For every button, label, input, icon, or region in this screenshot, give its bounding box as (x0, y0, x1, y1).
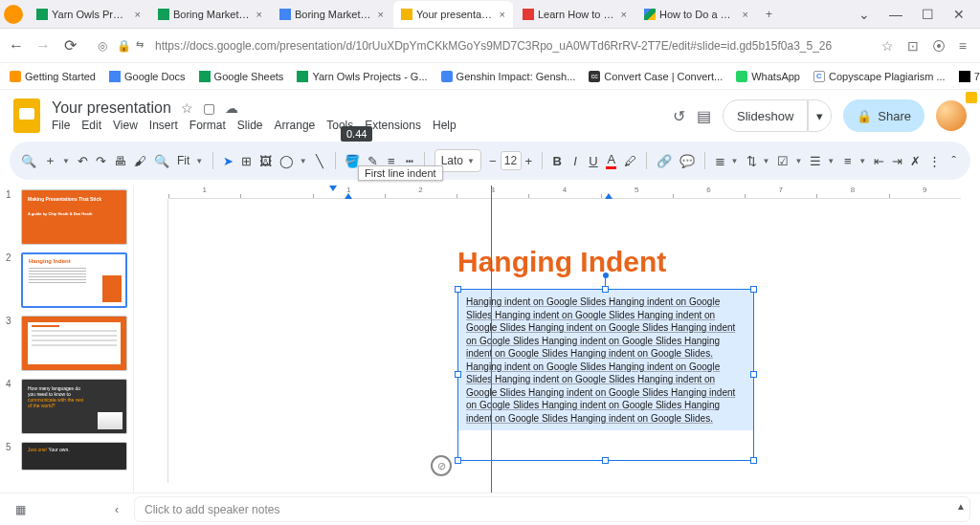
font-decrease[interactable]: − (489, 154, 497, 168)
paint-format-button[interactable]: 🖌 (134, 152, 146, 169)
thumbnail-3[interactable] (21, 316, 127, 371)
browser-tab[interactable]: Your presentation - Google× (393, 1, 513, 28)
line-tool[interactable]: ╲ (315, 152, 325, 169)
browser-tab[interactable]: How to Do a Hanging Inden× (636, 1, 756, 28)
line-spacing-button[interactable]: ⇅ (746, 152, 757, 169)
thumbnail-5[interactable]: Just one! Your own. (21, 442, 127, 470)
browser-tab[interactable]: Learn How to Do Hanging I× (515, 1, 635, 28)
resize-handle[interactable] (750, 371, 757, 378)
resize-handle[interactable] (750, 457, 757, 464)
forward-button[interactable]: → (34, 37, 52, 55)
bookmark-item[interactable]: WhatsApp (736, 71, 800, 82)
menu-item[interactable]: View (113, 119, 138, 132)
close-tab-icon[interactable]: × (743, 9, 748, 20)
vertical-ruler[interactable] (155, 199, 168, 483)
redo-button[interactable]: ↷ (96, 152, 106, 169)
collapse-toolbar-icon[interactable]: ˆ (948, 152, 959, 169)
textbox-tool[interactable]: ⊞ (241, 152, 252, 169)
textbox-content[interactable]: Hanging indent on Google Slides Hanging … (458, 290, 753, 430)
slideshow-button[interactable]: Slideshow (723, 99, 808, 132)
back-button[interactable]: ← (8, 37, 25, 55)
motion-icon[interactable]: ⊘ (431, 455, 452, 476)
doc-title[interactable]: Your presentation (52, 99, 171, 117)
selected-textbox[interactable]: Hanging indent on Google Slides Hanging … (457, 289, 754, 461)
new-slide-button[interactable]: ＋ (44, 152, 56, 169)
menu-item[interactable]: Help (433, 119, 457, 132)
sidebar-toggle-icon[interactable]: ⌄ (858, 7, 870, 22)
star-icon[interactable]: ☆ (181, 100, 193, 116)
indent-decrease-button[interactable]: ⇤ (874, 152, 884, 169)
new-tab-button[interactable]: + (758, 8, 780, 21)
resize-handle[interactable] (602, 286, 609, 293)
bookmark-item[interactable]: Google Sheets (199, 71, 284, 82)
resize-handle[interactable] (455, 457, 461, 464)
clear-format-button[interactable]: ✗ (910, 152, 921, 169)
slides-logo-icon[interactable] (13, 98, 40, 133)
bookmark-item[interactable]: Google Docs (109, 71, 186, 82)
text-color-button[interactable]: A (606, 152, 616, 169)
resize-handle[interactable] (455, 371, 461, 378)
rotate-handle[interactable] (603, 273, 609, 278)
link-button[interactable]: 🔗 (657, 152, 672, 169)
menu-item[interactable]: File (52, 119, 70, 132)
slide-title[interactable]: Hanging Indent (457, 246, 666, 278)
menu-item[interactable]: Arrange (275, 119, 316, 132)
italic-button[interactable]: I (570, 152, 581, 169)
bold-button[interactable]: B (552, 152, 563, 169)
thumbnail-1[interactable]: Making Presentations That StickA guide b… (21, 189, 127, 245)
checklist-button[interactable]: ☑ (777, 152, 789, 169)
search-menus-icon[interactable]: 🔍 (21, 152, 36, 169)
numbered-list-button[interactable]: ≡ (842, 152, 853, 169)
avatar[interactable] (936, 100, 967, 131)
font-size-input[interactable]: 12 (501, 151, 522, 170)
browser-tab[interactable]: Yarn Owls Projects - Google S× (29, 1, 148, 28)
image-tool[interactable]: 🖼 (259, 152, 272, 169)
underline-button[interactable]: U (589, 152, 599, 169)
slideshow-dropdown[interactable]: ▾ (808, 99, 832, 132)
close-tab-icon[interactable]: × (500, 9, 505, 20)
slide-canvas[interactable]: 1123456789 Hanging Indent ⊘ Hanging inde… (134, 186, 980, 492)
bookmark-item[interactable]: 7 Illustrated Novels fo... (959, 71, 980, 82)
resize-handle[interactable] (750, 286, 757, 293)
history-icon[interactable]: ↺ (673, 107, 685, 125)
close-tab-icon[interactable]: × (135, 9, 141, 20)
close-window-button[interactable]: ✕ (953, 7, 965, 22)
close-tab-icon[interactable]: × (256, 9, 262, 20)
comments-icon[interactable]: ▤ (697, 107, 711, 125)
bookmark-item[interactable]: ccConvert Case | Convert... (589, 71, 723, 82)
menu-item[interactable]: Slide (237, 119, 263, 132)
minimize-button[interactable]: ― (889, 7, 902, 22)
menu-item[interactable]: Edit (81, 119, 101, 132)
close-tab-icon[interactable]: × (621, 9, 627, 20)
bookmark-item[interactable]: Getting Started (10, 71, 96, 82)
font-increase[interactable]: + (525, 154, 533, 168)
downloads-icon[interactable]: ⊡ (907, 38, 919, 54)
indent-increase-button[interactable]: ⇥ (892, 152, 902, 169)
bookmark-item[interactable]: Genshin Impact: Gensh... (441, 71, 576, 82)
bookmark-star-icon[interactable]: ☆ (881, 38, 894, 54)
menu-button[interactable]: ≡ (959, 38, 967, 54)
align-button[interactable]: ≣ (715, 152, 725, 169)
resize-handle[interactable] (602, 457, 609, 464)
url-field[interactable]: ◎ 🔒 ⇆ https://docs.google.com/presentati… (88, 39, 872, 53)
scroll-up-icon[interactable]: ▲ (956, 501, 966, 512)
speaker-notes[interactable]: Click to add speaker notes ▲ (134, 496, 970, 522)
account-icon[interactable]: ⦿ (932, 38, 946, 54)
menu-item[interactable]: Format (189, 119, 226, 132)
cloud-status-icon[interactable]: ☁ (225, 100, 238, 116)
zoom-level[interactable]: Fit (177, 154, 189, 167)
select-tool[interactable]: ➤ (223, 152, 234, 169)
browser-tab[interactable]: Boring Marketing_How To D× (272, 1, 391, 28)
thumbnail-4[interactable]: How many languages do you need to know t… (21, 379, 127, 434)
share-button[interactable]: 🔒 Share (843, 99, 924, 132)
menu-item[interactable]: Insert (149, 119, 178, 132)
bookmark-item[interactable]: CCopyscape Plagiarism ... (813, 71, 946, 82)
menu-item[interactable]: Extensions (365, 119, 421, 132)
shape-tool[interactable]: ◯ (279, 152, 294, 169)
close-tab-icon[interactable]: × (378, 9, 384, 20)
reload-button[interactable]: ⟳ (61, 36, 78, 55)
thumbnail-2[interactable]: Hanging Indent (21, 252, 127, 308)
more-button[interactable]: ⋮ (928, 152, 941, 169)
undo-button[interactable]: ↶ (78, 152, 88, 169)
highlight-button[interactable]: 🖊 (624, 152, 636, 169)
